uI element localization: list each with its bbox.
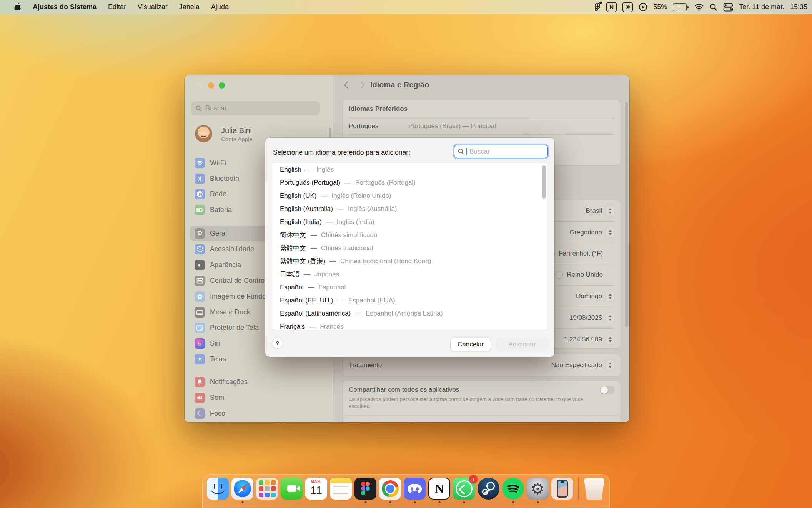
dock-spotify-icon[interactable] — [502, 478, 524, 500]
dialog-list-scrollbar[interactable] — [542, 165, 546, 199]
dock-safari-icon[interactable] — [231, 478, 253, 500]
language-row[interactable]: English—Inglês — [273, 163, 547, 176]
dock-whatsapp-icon[interactable]: 1 — [453, 478, 475, 500]
menu-janela[interactable]: Janela — [173, 3, 205, 11]
date-format-dropdown[interactable] — [606, 313, 614, 323]
dock-steam-icon[interactable] — [478, 478, 499, 500]
whatsapp-badge: 1 — [469, 475, 478, 483]
language-row[interactable]: 繁體中文 (香港)—Chinês tradicional (Hong Kong) — [273, 255, 547, 268]
texto-ao-vivo-row[interactable]: Texto ao Vivo — [343, 416, 621, 422]
zoom-button[interactable] — [219, 82, 225, 89]
sidebar-item-foco[interactable]: ☾ Foco — [190, 406, 328, 421]
dialog-search-placeholder: Buscar — [469, 148, 490, 155]
language-row[interactable]: English (India)—Inglês (Índia) — [273, 216, 547, 229]
preferred-language-row[interactable]: Português Português (Brasil) — Principal — [343, 118, 621, 134]
play-status-icon[interactable] — [639, 3, 647, 12]
figma-notification-dot — [599, 2, 602, 4]
dock-notes-icon[interactable] — [330, 478, 352, 500]
dock-settings-icon[interactable]: ⚙ — [527, 478, 549, 500]
preferred-language-name: Português — [349, 122, 408, 130]
dock: MAR. 11 N 1 ⚙ — [202, 474, 610, 508]
menu-ajuda[interactable]: Ajuda — [205, 3, 235, 11]
bluetooth-icon — [195, 174, 205, 184]
back-chevron-icon[interactable] — [344, 81, 351, 88]
search-icon — [195, 105, 202, 112]
calendar-dropdown[interactable] — [606, 227, 614, 237]
preferred-languages-header: Idiomas Preferidos — [343, 100, 621, 118]
language-row[interactable]: 简体中文—Chinês simplificado — [273, 229, 547, 242]
display-brightness-icon: ☀ — [195, 354, 205, 364]
avatar[interactable] — [195, 125, 212, 142]
sidebar-item-notificacoes[interactable]: Notificações — [190, 375, 328, 389]
notion-status-icon[interactable]: N — [606, 2, 617, 12]
region-value: Brasil — [586, 207, 602, 215]
appearance-icon: ◐ — [195, 260, 205, 270]
dialog-search-input[interactable]: Buscar — [454, 145, 547, 158]
clipped-card: Texto ao Vivo — [343, 416, 621, 422]
dock-figma-icon[interactable] — [354, 478, 376, 500]
minimize-button[interactable] — [208, 82, 214, 89]
dock-discord-icon[interactable] — [404, 478, 426, 500]
close-button[interactable] — [197, 82, 203, 89]
add-button-disabled[interactable]: Adicionar — [497, 338, 547, 351]
dock-finder-icon[interactable] — [207, 478, 229, 500]
running-indicator — [241, 501, 243, 503]
wallpaper-flower-icon: ✿ — [195, 291, 205, 302]
apple-menu-icon[interactable] — [8, 2, 27, 12]
first-weekday-dropdown[interactable] — [606, 291, 614, 301]
language-row[interactable]: English (Australia)—Inglês (Austrália) — [273, 202, 547, 216]
help-button[interactable]: ? — [272, 338, 283, 348]
language-row[interactable]: 繁體中文—Chinês tradicional — [273, 242, 547, 255]
dock-launchpad-icon[interactable] — [256, 478, 278, 500]
share-title: Compartilhar com todos os aplicativos — [349, 386, 459, 394]
profile-name[interactable]: Julia Bini — [221, 126, 252, 135]
desktop-dock-icon — [195, 307, 205, 318]
share-toggle[interactable] — [600, 386, 614, 394]
language-row[interactable]: Español (Latinoamérica)—Espanhol (Améric… — [273, 307, 547, 320]
bell-icon — [195, 377, 205, 387]
menubar-date[interactable]: Ter. 11 de mar. — [739, 3, 784, 11]
language-row[interactable]: English (UK)—Inglês (Reino Unido) — [273, 189, 547, 202]
dock-facetime-icon[interactable] — [281, 478, 303, 500]
globe-icon — [195, 189, 205, 199]
siri-icon — [195, 338, 205, 349]
language-row[interactable]: Español (EE. UU.)—Espanhol (EUA) — [273, 294, 547, 307]
control-center-icon[interactable] — [723, 3, 733, 12]
wifi-status-icon[interactable] — [694, 3, 704, 12]
tratamento-dropdown[interactable] — [606, 360, 614, 370]
content-scrollbar[interactable] — [625, 102, 628, 327]
tratamento-row[interactable]: Tratamento Não Especificado — [343, 354, 621, 376]
language-row[interactable]: Français—Francês — [273, 320, 547, 330]
dock-calendar-icon[interactable]: MAR. 11 — [305, 478, 327, 500]
figma-status-icon[interactable] — [594, 3, 601, 12]
language-row[interactable]: Español—Espanhol — [273, 281, 547, 294]
dock-chrome-icon[interactable] — [379, 478, 401, 500]
spotlight-search-icon[interactable] — [709, 3, 717, 12]
menubar-clock[interactable]: 15:35 — [790, 3, 807, 11]
dock-notion-icon[interactable]: N — [428, 478, 450, 500]
menu-bar: Ajustes do Sistema Editar Visualizar Jan… — [0, 0, 812, 14]
language-row[interactable]: Português (Portugal)—Português (Portugal… — [273, 176, 547, 189]
forward-chevron-icon[interactable] — [358, 81, 364, 88]
battery-icon[interactable] — [673, 3, 689, 12]
speaker-icon — [195, 393, 205, 403]
sidebar-search-input[interactable]: Buscar — [191, 101, 320, 115]
dock-separator — [578, 478, 579, 500]
menu-app-name[interactable]: Ajustes do Sistema — [27, 3, 102, 11]
menu-editar[interactable]: Editar — [102, 3, 132, 11]
calendar-day: 11 — [305, 484, 327, 496]
dock-iphone-mirroring-icon[interactable] — [551, 478, 573, 500]
p-app-status-icon[interactable]: ℗ — [622, 2, 633, 12]
number-format-dropdown[interactable] — [606, 334, 614, 344]
battery-percent: 55% — [653, 3, 667, 11]
sidebar-item-som[interactable]: Som — [190, 391, 328, 405]
sidebar-search-placeholder: Buscar — [205, 104, 227, 112]
reino-unido-radio[interactable] — [555, 271, 563, 279]
language-row[interactable]: 日本語—Japonês — [273, 268, 547, 281]
dock-trash-icon[interactable] — [583, 478, 605, 500]
menu-visualizar[interactable]: Visualizar — [132, 3, 173, 11]
share-card: Compartilhar com todos os aplicativos Os… — [343, 381, 621, 419]
wifi-icon — [195, 158, 205, 168]
region-dropdown[interactable] — [606, 206, 614, 216]
cancel-button[interactable]: Cancelar — [451, 338, 491, 351]
